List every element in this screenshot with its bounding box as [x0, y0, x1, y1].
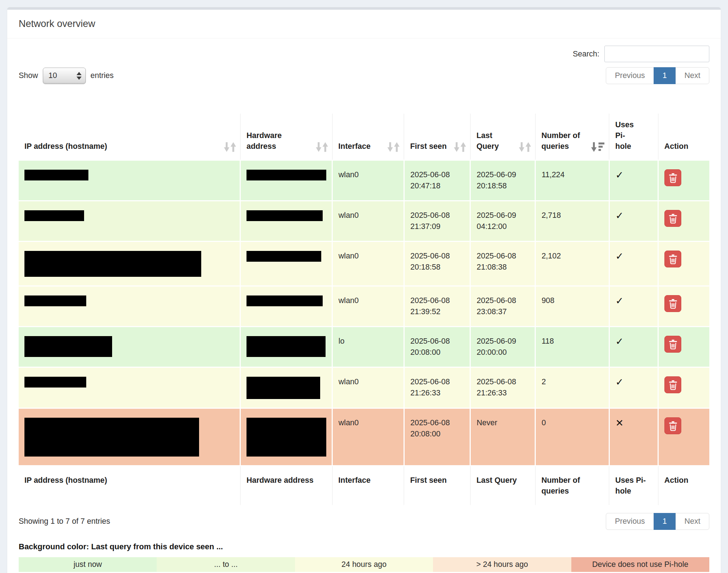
card-body: Search: Show 10 entries Previous 1 Next …: [7, 38, 721, 573]
sort-desc-icon: [591, 142, 605, 152]
cell-last-query: 2025-06-08 21:26:33: [470, 367, 535, 408]
legend-title: Background color: Last query from this d…: [19, 542, 709, 551]
legend-item: ... to ...: [157, 557, 295, 572]
column-label: Last Query: [476, 131, 499, 151]
cell-ip-address-hostname: [19, 408, 240, 466]
delete-device-button[interactable]: [664, 376, 681, 393]
cell-number-of-queries: 11,224: [535, 160, 609, 201]
search-label: Search:: [573, 50, 599, 59]
row-color-legend: just now... to ...24 hours ago> 24 hours…: [19, 557, 709, 572]
sort-both-icon: [453, 142, 466, 152]
footer-column-uses-pihole: Uses Pi-hole: [609, 466, 658, 505]
delete-device-button[interactable]: [664, 417, 681, 434]
footer-column-ip-address: IP address (hostname): [19, 466, 240, 505]
column-header-last-query[interactable]: Last Query: [470, 114, 535, 160]
cell-first-seen: 2025-06-08 20:08:00: [404, 408, 470, 466]
legend-item: just now: [19, 557, 157, 572]
sort-both-icon: [315, 142, 328, 152]
column-header-hardware-address[interactable]: Hardware address: [240, 114, 332, 160]
cell-first-seen: 2025-06-08 21:37:09: [404, 201, 470, 242]
redacted-hardware-address: [246, 210, 323, 221]
table-header-row: IP address (hostname)Hardware addressInt…: [19, 114, 709, 160]
legend-item: 24 hours ago: [295, 557, 433, 572]
footer-column-last-query: Last Query: [470, 466, 535, 505]
column-label: Uses Pi-hole: [615, 120, 633, 151]
trash-icon: [668, 299, 678, 309]
device-row: wlan02025-06-08 20:18:582025-06-08 21:08…: [19, 242, 709, 286]
page-number-button[interactable]: 1: [654, 67, 676, 84]
table-footer-row: IP address (hostname)Hardware addressInt…: [19, 466, 709, 505]
entries-label: entries: [91, 71, 114, 80]
cell-number-of-queries: 118: [535, 327, 609, 367]
previous-page-button[interactable]: Previous: [606, 67, 654, 84]
delete-device-button[interactable]: [664, 251, 681, 267]
column-header-first-seen[interactable]: First seen: [404, 114, 470, 160]
table-bottom-bar: Showing 1 to 7 of 7 entries Previous 1 N…: [19, 513, 709, 530]
cell-ip-address-hostname: [19, 367, 240, 408]
delete-device-button[interactable]: [664, 210, 681, 227]
cell-interface: wlan0: [332, 242, 404, 286]
pagination-bottom: Previous 1 Next: [606, 513, 709, 530]
next-page-button[interactable]: Next: [676, 67, 709, 84]
cell-action: [658, 367, 709, 408]
redacted-hardware-address: [246, 336, 326, 357]
previous-page-button[interactable]: Previous: [606, 513, 654, 530]
delete-device-button[interactable]: [664, 336, 681, 353]
next-page-button[interactable]: Next: [676, 513, 709, 530]
cell-interface: lo: [332, 327, 404, 367]
table-summary: Showing 1 to 7 of 7 entries: [19, 517, 110, 526]
cell-uses-pihole: ✓: [609, 327, 658, 367]
device-row: lo2025-06-08 20:08:002025-06-09 20:00:00…: [19, 327, 709, 367]
search-row: Search:: [19, 46, 709, 62]
redacted-hardware-address: [246, 295, 323, 306]
cell-ip-address-hostname: [19, 201, 240, 242]
column-label: First seen: [410, 142, 447, 151]
cell-hardware-address: [240, 367, 332, 408]
device-row: wlan02025-06-08 20:47:182025-06-09 20:18…: [19, 160, 709, 201]
cell-action: [658, 327, 709, 367]
redacted-hardware-address: [246, 170, 326, 180]
device-row: wlan02025-06-08 21:37:092025-06-09 04:12…: [19, 201, 709, 242]
redacted-ip-hostname: [24, 336, 112, 357]
cell-ip-address-hostname: [19, 327, 240, 367]
page-size-select[interactable]: 10: [43, 68, 86, 84]
cell-number-of-queries: 2,102: [535, 242, 609, 286]
table-controls-row: Show 10 entries Previous 1 Next: [19, 67, 709, 84]
cell-uses-pihole: ✓: [609, 242, 658, 286]
cell-ip-address-hostname: [19, 160, 240, 201]
cell-hardware-address: [240, 201, 332, 242]
legend-item: Device does not use Pi-hole: [571, 557, 709, 572]
footer-column-number-of-queries: Number of queries: [535, 466, 609, 505]
cell-interface: wlan0: [332, 367, 404, 408]
uses-pihole-check-icon: ✓: [616, 376, 624, 388]
page-title: Network overview: [19, 18, 709, 29]
cell-first-seen: 2025-06-08 21:26:33: [404, 367, 470, 408]
device-row: wlan02025-06-08 20:08:00Never0✕: [19, 408, 709, 466]
column-header-interface[interactable]: Interface: [332, 114, 404, 160]
trash-icon: [668, 380, 678, 390]
cell-interface: wlan0: [332, 286, 404, 327]
column-label: Hardware address: [246, 131, 282, 151]
redacted-ip-hostname: [24, 170, 88, 180]
cell-number-of-queries: 0: [535, 408, 609, 466]
cell-last-query: 2025-06-08 23:08:37: [470, 286, 535, 327]
uses-pihole-check-icon: ✓: [616, 169, 624, 180]
cell-action: [658, 286, 709, 327]
footer-column-hardware-address: Hardware address: [240, 466, 332, 505]
trash-icon: [668, 173, 678, 183]
card-header: Network overview: [7, 10, 721, 38]
trash-icon: [668, 254, 678, 264]
redacted-ip-hostname: [24, 210, 84, 221]
column-header-ip-address[interactable]: IP address (hostname): [19, 114, 240, 160]
page-number-button[interactable]: 1: [654, 513, 676, 530]
sort-icon: [315, 142, 328, 152]
delete-device-button[interactable]: [664, 169, 681, 186]
cell-uses-pihole: ✕: [609, 408, 658, 466]
page-size-value: 10: [49, 71, 57, 80]
cell-number-of-queries: 2: [535, 367, 609, 408]
search-input[interactable]: [604, 46, 709, 62]
column-label: Action: [664, 142, 688, 151]
column-header-number-of-queries[interactable]: Number of queries: [535, 114, 609, 160]
delete-device-button[interactable]: [664, 295, 681, 312]
column-header-uses-pihole: Uses Pi-hole: [609, 114, 658, 160]
